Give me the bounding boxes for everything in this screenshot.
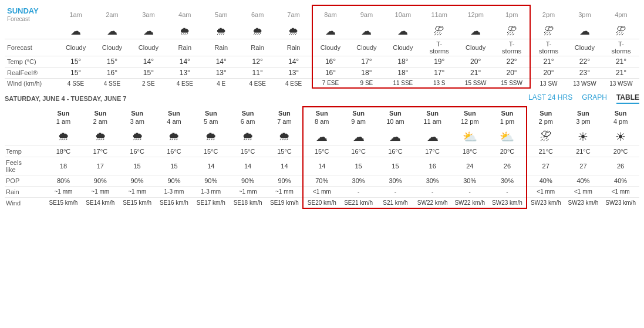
col-header-6: Sun7 am <box>267 107 304 128</box>
realfeel-1: 16° <box>94 67 130 79</box>
icon-7: ☁ <box>312 23 349 39</box>
bottom-icon-10: ☁ <box>414 128 451 146</box>
col-header-10: Sun11 am <box>414 107 451 128</box>
hour-col-13: 2pm <box>530 5 567 23</box>
bottom-wind-15: SW23 km/h <box>602 197 639 208</box>
col-header-3: Sun4 am <box>156 107 193 128</box>
bottom-temp-label: Temp <box>5 146 45 157</box>
bottom-icon-2: 🌧 <box>119 128 156 146</box>
forecast-6: Rain <box>276 39 312 56</box>
bottom-wind-13: SW23 km/h <box>527 197 565 208</box>
hour-col-11: 12pm <box>457 5 494 23</box>
tab-graph[interactable]: GRAPH <box>582 93 607 104</box>
bottom-wind-14: SW23 km/h <box>565 197 602 208</box>
icon-3: 🌧 <box>167 23 203 39</box>
bottom-wind-4: SE17 km/h <box>193 197 230 208</box>
hour-col-0: 1am <box>58 5 94 23</box>
pop-1: 90% <box>82 175 119 186</box>
bottom-temp-9: 16°C <box>377 146 414 157</box>
realfeel-5: 11° <box>240 67 276 79</box>
hour-col-8: 9am <box>348 5 385 23</box>
rain-1: ~1 mm <box>82 186 119 197</box>
wind-4: 4 E <box>203 79 240 89</box>
bottom-icon-6: 🌧 <box>267 128 304 146</box>
temp-5: 12° <box>240 56 276 67</box>
bottom-temp-2: 16°C <box>119 146 156 157</box>
bottom-icon-8: ☁ <box>340 128 377 146</box>
temp-11: 20° <box>457 56 494 67</box>
realfeel-11: 21° <box>457 67 494 79</box>
pop-14: 40% <box>565 175 602 186</box>
feels-10: 16 <box>414 157 451 175</box>
feels-15: 26 <box>602 157 639 175</box>
feels-6: 14 <box>267 157 304 175</box>
pop-13: 40% <box>527 175 565 186</box>
realfeel-13: 20° <box>530 67 567 79</box>
bottom-wind-12: SW23 km/h <box>488 197 527 208</box>
bottom-temp-7: 15°C <box>303 146 340 157</box>
icon-14: ☁ <box>567 23 603 39</box>
bottom-icon-12: ⛅ <box>488 128 527 146</box>
icon-5: 🌧 <box>240 23 276 39</box>
rain-9: - <box>377 186 414 197</box>
bottom-temp-10: 17°C <box>414 146 451 157</box>
hour-col-10: 11am <box>421 5 457 23</box>
col-header-0: Sun1 am <box>45 107 82 128</box>
pop-10: 30% <box>414 175 451 186</box>
rain-6: ~1 mm <box>267 186 304 197</box>
bottom-temp-8: 16°C <box>340 146 377 157</box>
col-header-9: Sun10 am <box>377 107 414 128</box>
bottom-wind-3: SE16 km/h <box>156 197 193 208</box>
rain-0: ~1 mm <box>45 186 82 197</box>
temp-9: 18° <box>385 56 421 67</box>
forecast-8: Cloudy <box>348 39 385 56</box>
tab-table[interactable]: TABLE <box>616 93 639 104</box>
pop-label: POP <box>5 175 45 186</box>
feels-2: 15 <box>119 157 156 175</box>
bottom-wind-5: SE18 km/h <box>230 197 267 208</box>
temp-6: 14° <box>276 56 312 67</box>
bottom-temp-3: 16°C <box>156 146 193 157</box>
bottom-temp-4: 15°C <box>193 146 230 157</box>
pop-6: 90% <box>267 175 304 186</box>
temp-13: 21° <box>530 56 567 67</box>
bottom-wind-1: SE14 km/h <box>82 197 119 208</box>
bottom-temp-1: 17°C <box>82 146 119 157</box>
icon-8: ☁ <box>348 23 385 39</box>
tab-last-24-hrs[interactable]: LAST 24 HRS <box>528 93 572 104</box>
rain-13: <1 mm <box>527 186 565 197</box>
forecast-7: Cloudy <box>312 39 349 56</box>
feels-14: 27 <box>565 157 602 175</box>
bottom-temp-5: 15°C <box>230 146 267 157</box>
bottom-temp-13: 21°C <box>527 146 565 157</box>
forecast-12: T-storms <box>494 39 530 56</box>
icon-6: 🌧 <box>276 23 312 39</box>
realfeel-4: 13° <box>203 67 240 79</box>
rain-11: - <box>451 186 488 197</box>
pop-2: 90% <box>119 175 156 186</box>
temp-label: Temp (°C) <box>5 56 58 67</box>
bottom-wind-11: SW22 km/h <box>451 197 488 208</box>
icon-1: ☁ <box>94 23 130 39</box>
bottom-temp-15: 20°C <box>602 146 639 157</box>
temp-7: 16° <box>312 56 349 67</box>
hour-col-1: 2am <box>94 5 130 23</box>
wind-8: 9 SE <box>348 79 385 89</box>
forecast-5: Rain <box>240 39 276 56</box>
wind-14: 13 WSW <box>567 79 603 89</box>
bottom-icon-3: 🌧 <box>156 128 193 146</box>
pop-0: 80% <box>45 175 82 186</box>
pop-4: 90% <box>193 175 230 186</box>
pop-7: 70% <box>303 175 340 186</box>
feels-8: 15 <box>340 157 377 175</box>
feels-1: 17 <box>82 157 119 175</box>
pop-11: 30% <box>451 175 488 186</box>
hour-col-15: 4pm <box>603 5 639 23</box>
pop-3: 90% <box>156 175 193 186</box>
forecast-2: Cloudy <box>130 39 167 56</box>
col-header-2: Sun3 am <box>119 107 156 128</box>
realfeel-label: RealFeel® <box>5 67 58 79</box>
wind-11: 15 SSW <box>457 79 494 89</box>
realfeel-8: 18° <box>348 67 385 79</box>
rain-7: <1 mm <box>303 186 340 197</box>
